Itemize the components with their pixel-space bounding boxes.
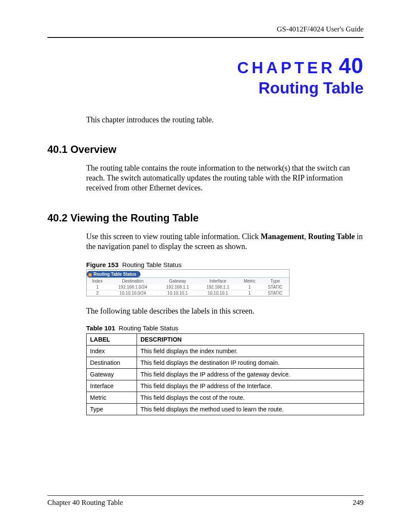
td-desc: This field displays the cost of the rout… (137, 392, 364, 404)
table-header-row: LABEL DESCRIPTION (87, 334, 364, 345)
figure-row: 1 192.168.1.0/24 192.168.1.1 192.168.1.1… (87, 284, 289, 290)
fig-cell: STATIC (261, 284, 289, 290)
figure-caption-text: Routing Table Status (122, 261, 181, 268)
fig-cell: 1 (87, 284, 108, 290)
fig-th-interface: Interface (198, 278, 238, 284)
table-row: Type This field displays the method used… (87, 404, 364, 415)
fig-th-type: Type (261, 278, 289, 284)
table-101: LABEL DESCRIPTION Index This field displ… (86, 333, 364, 415)
footer-rule (47, 495, 364, 496)
td-label: Interface (87, 380, 137, 392)
td-desc: This field displays the IP address of th… (137, 369, 364, 380)
table-caption-label: Table 101 (86, 324, 115, 332)
fig-cell: STATIC (261, 290, 289, 296)
table-row: Interface This field displays the IP add… (87, 380, 364, 392)
figure-table: Index Destination Gateway Interface Metr… (87, 278, 289, 296)
document-header: GS-4012F/4024 User's Guide (47, 25, 364, 34)
fig-cell: 1 (238, 284, 261, 290)
figure-row: 2 10.10.10.0/24 10.10.10.1 10.10.10.1 1 … (87, 290, 289, 296)
section-40-2-body: Use this screen to view routing table in… (86, 232, 364, 252)
figure-153-caption: Figure 153 Routing Table Status (86, 261, 364, 268)
td-label: Index (87, 345, 137, 357)
header-rule (47, 37, 364, 38)
section-40-2-mid: , (304, 232, 308, 241)
td-desc: This field displays the IP address of th… (137, 380, 364, 392)
chapter-title: Routing Table (47, 79, 364, 97)
footer-left: Chapter 40 Routing Table (47, 498, 123, 507)
figure-panel-title-text: Routing Table Status (93, 272, 136, 277)
section-40-2-pre: Use this screen to view routing table in… (86, 232, 261, 241)
td-desc: This field displays the index number. (137, 345, 364, 357)
td-label: Gateway (87, 369, 137, 380)
fig-th-gateway: Gateway (158, 278, 198, 284)
fig-th-destination: Destination (108, 278, 158, 284)
chapter-heading-block: CHAPTER40 Routing Table (47, 53, 364, 97)
page-number: 249 (353, 498, 364, 507)
bullet-icon (88, 273, 92, 277)
fig-cell: 192.168.1.0/24 (108, 284, 158, 290)
td-label: Type (87, 404, 137, 415)
fig-th-index: Index (87, 278, 108, 284)
figure-header-row: Index Destination Gateway Interface Metr… (87, 278, 289, 284)
td-desc: This field displays the destination IP r… (137, 357, 364, 369)
section-40-2-bold1: Management (261, 232, 304, 241)
fig-cell: 10.10.10.1 (158, 290, 198, 296)
table-row: Index This field displays the index numb… (87, 345, 364, 357)
table-row: Metric This field displays the cost of t… (87, 392, 364, 404)
fig-cell: 192.168.1.1 (198, 284, 238, 290)
fig-cell: 2 (87, 290, 108, 296)
section-40-2-heading: 40.2 Viewing the Routing Table (47, 212, 364, 224)
th-description: DESCRIPTION (137, 334, 364, 345)
chapter-label: CHAPTER (237, 59, 336, 77)
table-row: Destination This field displays the dest… (87, 357, 364, 369)
table-row: Gateway This field displays the IP addre… (87, 369, 364, 380)
table-101-caption: Table 101 Routing Table Status (86, 324, 364, 332)
section-40-1-body: The routing table contains the route inf… (86, 163, 364, 193)
figure-routing-table-status: Routing Table Status Index Destination G… (86, 269, 290, 296)
th-label: LABEL (87, 334, 137, 345)
figure-caption-label: Figure 153 (86, 261, 118, 268)
td-label: Destination (87, 357, 137, 369)
section-40-1-heading: 40.1 Overview (47, 143, 364, 156)
fig-cell: 10.10.10.0/24 (108, 290, 158, 296)
chapter-number: 40 (339, 54, 364, 78)
td-label: Metric (87, 392, 137, 404)
fig-cell: 192.168.1.1 (158, 284, 198, 290)
fig-cell: 1 (238, 290, 261, 296)
after-figure-text: The following table describes the labels… (86, 307, 364, 316)
td-desc: This field displays the method used to l… (137, 404, 364, 415)
figure-panel-title: Routing Table Status (87, 271, 140, 277)
section-40-2-bold2: Routing Table (308, 232, 355, 241)
table-caption-text: Routing Table Status (119, 324, 178, 332)
chapter-intro: This chapter introduces the routing tabl… (86, 115, 364, 124)
fig-cell: 10.10.10.1 (198, 290, 238, 296)
fig-th-metric: Metric (238, 278, 261, 284)
